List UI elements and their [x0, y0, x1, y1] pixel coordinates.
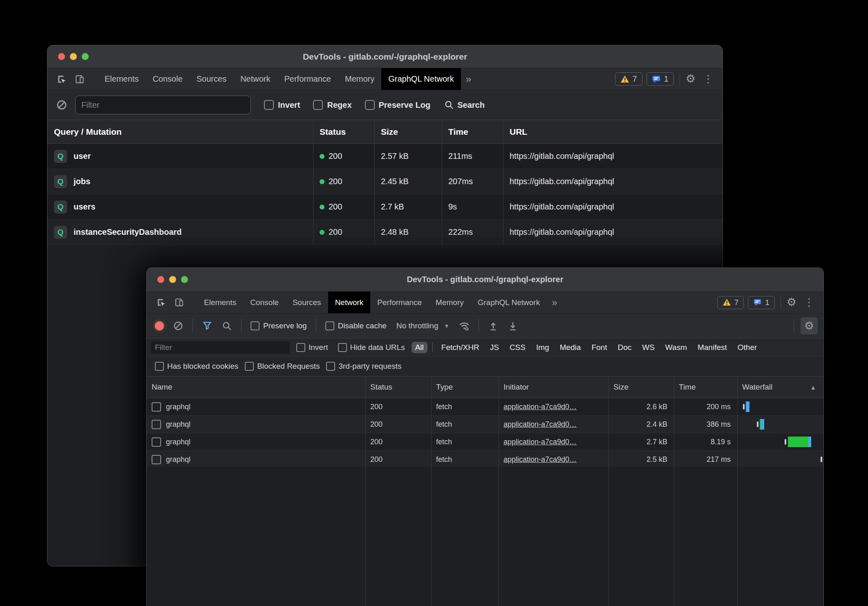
col-status[interactable]: Status — [365, 383, 431, 392]
tab-network[interactable]: Network — [328, 292, 371, 313]
initiator-link[interactable]: application-a7ca9d0… — [503, 420, 577, 429]
col-query-mutation[interactable]: Query / Mutation — [47, 127, 313, 137]
tab-elements[interactable]: Elements — [197, 292, 243, 313]
tab-elements[interactable]: Elements — [98, 68, 145, 90]
col-url[interactable]: URL — [503, 127, 723, 137]
throttling-dropdown[interactable]: No throttling ▼ — [396, 321, 449, 330]
filter-type-css[interactable]: CSS — [506, 342, 529, 353]
table-row[interactable]: graphql 200 fetch application-a7ca9d0… 2… — [147, 398, 823, 416]
waterfall-cell[interactable] — [737, 451, 823, 468]
tab-network[interactable]: Network — [233, 68, 277, 90]
table-row[interactable]: graphql 200 fetch application-a7ca9d0… 2… — [147, 433, 823, 451]
close-button[interactable] — [157, 276, 164, 283]
table-row[interactable]: QinstanceSecurityDashboard 200 2.48 kB 2… — [47, 220, 723, 245]
tab-graphql-network[interactable]: GraphQL Network — [471, 292, 547, 313]
clear-icon[interactable] — [170, 318, 186, 334]
table-row[interactable]: Quser 200 2.57 kB 211ms https://gitlab.c… — [47, 144, 723, 169]
row-checkbox[interactable] — [152, 455, 161, 464]
warnings-badge[interactable]: 7 — [615, 72, 642, 86]
checkbox[interactable] — [155, 362, 164, 371]
messages-badge[interactable]: 1 — [748, 296, 775, 309]
tab-memory[interactable]: Memory — [429, 292, 471, 313]
kebab-menu-icon[interactable]: ⋮ — [700, 73, 717, 85]
minimize-button[interactable] — [169, 276, 176, 283]
tab-sources[interactable]: Sources — [286, 292, 328, 313]
row-checkbox[interactable] — [152, 437, 161, 447]
tab-performance[interactable]: Performance — [277, 68, 338, 90]
table-row[interactable]: Qusers 200 2.7 kB 9s https://gitlab.com/… — [47, 194, 723, 220]
col-initiator[interactable]: Initiator — [499, 383, 608, 392]
row-checkbox[interactable] — [152, 402, 161, 412]
filter-type-doc[interactable]: Doc — [614, 342, 635, 353]
close-button[interactable] — [58, 53, 65, 60]
invert-checkbox[interactable]: Invert — [296, 343, 328, 352]
import-har-icon[interactable] — [485, 318, 501, 334]
preserve-log-checkbox[interactable]: Preserve Log — [365, 100, 431, 110]
filter-funnel-icon[interactable] — [199, 318, 215, 334]
search-icon[interactable] — [219, 318, 235, 334]
col-waterfall[interactable]: Waterfall ▲ — [737, 383, 823, 392]
tab-console[interactable]: Console — [145, 68, 189, 90]
tab-memory[interactable]: Memory — [338, 68, 381, 90]
col-status[interactable]: Status — [313, 127, 374, 137]
hide-data-urls-checkbox[interactable]: Hide data URLs — [338, 343, 405, 352]
filter-type-js[interactable]: JS — [486, 342, 503, 353]
col-name[interactable]: Name — [147, 383, 365, 392]
zoom-button[interactable] — [181, 276, 188, 283]
col-size[interactable]: Size — [608, 383, 674, 392]
inspect-element-icon[interactable] — [153, 295, 169, 310]
device-toolbar-icon[interactable] — [72, 71, 87, 87]
filter-type-ws[interactable]: WS — [638, 342, 658, 353]
tab-performance[interactable]: Performance — [370, 292, 429, 313]
table-row[interactable]: Qjobs 200 2.45 kB 207ms https://gitlab.c… — [47, 169, 723, 194]
search-button[interactable]: Search — [444, 100, 485, 110]
checkbox[interactable] — [296, 343, 305, 352]
waterfall-cell[interactable] — [737, 433, 823, 450]
filter-type-fetch-xhr[interactable]: Fetch/XHR — [438, 342, 483, 353]
record-network-log-button[interactable] — [155, 321, 164, 330]
row-checkbox[interactable] — [152, 420, 161, 429]
col-time[interactable]: Time — [674, 383, 737, 392]
preserve-log-checkbox[interactable]: Preserve log — [251, 321, 307, 330]
blocked-requests-checkbox[interactable]: Blocked Requests — [245, 362, 320, 371]
device-toolbar-icon[interactable] — [171, 295, 187, 310]
filter-input[interactable] — [151, 341, 290, 354]
clear-icon[interactable] — [54, 97, 69, 113]
checkbox[interactable] — [325, 321, 334, 330]
warnings-badge[interactable]: 7 — [717, 296, 744, 309]
more-tabs-icon[interactable]: » — [461, 68, 476, 90]
kebab-menu-icon[interactable]: ⋮ — [801, 296, 818, 309]
zoom-button[interactable] — [82, 53, 89, 60]
col-size[interactable]: Size — [374, 127, 442, 137]
col-time[interactable]: Time — [442, 127, 503, 137]
waterfall-cell[interactable] — [737, 398, 823, 415]
settings-gear-icon[interactable]: ⚙ — [686, 74, 696, 85]
settings-gear-icon[interactable]: ⚙ — [787, 297, 796, 308]
network-settings-button[interactable]: ⚙ — [801, 317, 818, 334]
titlebar[interactable]: DevTools - gitlab.com/-/graphql-explorer — [147, 268, 823, 292]
disable-cache-checkbox[interactable]: Disable cache — [325, 321, 387, 330]
minimize-button[interactable] — [70, 53, 77, 60]
third-party-requests-checkbox[interactable]: 3rd-party requests — [326, 362, 401, 371]
tab-graphql-network[interactable]: GraphQL Network — [381, 68, 461, 90]
export-har-icon[interactable] — [505, 318, 521, 334]
tab-sources[interactable]: Sources — [190, 68, 233, 90]
titlebar[interactable]: DevTools - gitlab.com/-/graphql-explorer — [47, 45, 723, 68]
network-conditions-icon[interactable] — [456, 318, 472, 334]
checkbox[interactable] — [365, 100, 375, 110]
initiator-link[interactable]: application-a7ca9d0… — [503, 403, 577, 411]
table-row[interactable]: graphql 200 fetch application-a7ca9d0… 2… — [147, 416, 823, 433]
filter-type-manifest[interactable]: Manifest — [694, 342, 731, 353]
waterfall-cell[interactable] — [737, 416, 823, 433]
filter-type-font[interactable]: Font — [588, 342, 611, 353]
regex-checkbox[interactable]: Regex — [313, 100, 351, 110]
sort-ascending-icon[interactable]: ▲ — [810, 384, 816, 391]
initiator-link[interactable]: application-a7ca9d0… — [503, 455, 577, 464]
filter-type-media[interactable]: Media — [556, 342, 585, 353]
checkbox[interactable] — [264, 100, 274, 110]
filter-type-img[interactable]: Img — [532, 342, 553, 353]
more-tabs-icon[interactable]: » — [547, 292, 562, 313]
filter-type-wasm[interactable]: Wasm — [662, 342, 691, 353]
checkbox[interactable] — [313, 100, 323, 110]
has-blocked-cookies-checkbox[interactable]: Has blocked cookies — [155, 362, 238, 371]
